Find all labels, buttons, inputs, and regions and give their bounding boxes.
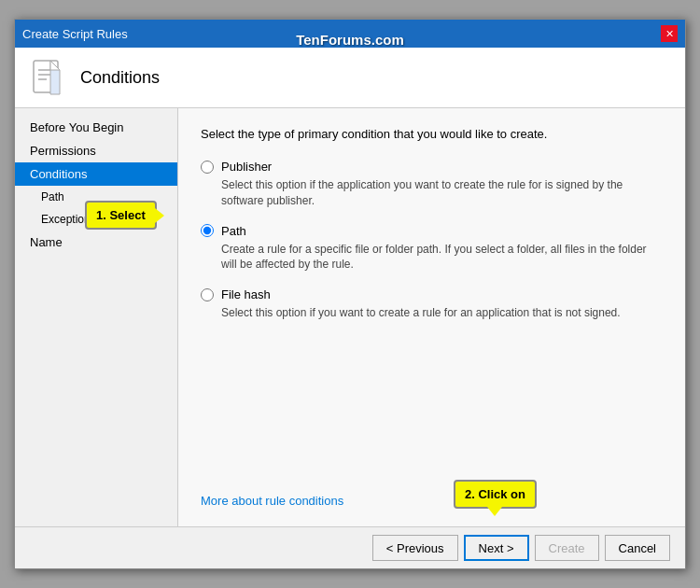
close-button[interactable]: ✕ bbox=[661, 25, 678, 42]
file-hash-label-row: File hash bbox=[201, 287, 663, 301]
bottom-link: More about rule conditions bbox=[201, 475, 663, 508]
dialog-window: Create Script Rules ✕ Conditions Befo bbox=[14, 19, 686, 569]
sidebar-item-before-you-begin[interactable]: Before You Begin bbox=[15, 116, 177, 139]
path-radio[interactable] bbox=[201, 224, 214, 237]
sidebar-item-permissions[interactable]: Permissions bbox=[15, 139, 177, 162]
previous-button[interactable]: < Previous bbox=[372, 535, 458, 561]
file-hash-option: File hash Select this option if you want… bbox=[201, 287, 663, 321]
file-hash-radio[interactable] bbox=[201, 288, 214, 301]
file-hash-description: Select this option if you want to create… bbox=[221, 305, 663, 321]
publisher-description: Select this option if the application yo… bbox=[221, 177, 663, 209]
header-icon bbox=[30, 59, 67, 96]
create-button[interactable]: Create bbox=[535, 535, 599, 561]
publisher-radio[interactable] bbox=[201, 161, 214, 174]
more-about-link[interactable]: More about rule conditions bbox=[201, 494, 343, 508]
path-description: Create a rule for a specific file or fol… bbox=[221, 242, 663, 273]
titlebar-left: Create Script Rules bbox=[22, 27, 128, 41]
next-button[interactable]: Next > bbox=[464, 535, 529, 561]
click-tooltip-label: 2. Click on bbox=[465, 487, 525, 501]
select-tooltip-label: 1. Select bbox=[96, 208, 146, 222]
titlebar: Create Script Rules ✕ bbox=[15, 20, 685, 48]
cancel-button[interactable]: Cancel bbox=[605, 535, 670, 561]
sidebar-item-conditions[interactable]: Conditions bbox=[15, 162, 177, 186]
header-title: Conditions bbox=[80, 68, 160, 88]
header: Conditions bbox=[15, 48, 685, 108]
publisher-option: Publisher Select this option if the appl… bbox=[201, 160, 663, 209]
publisher-label[interactable]: Publisher bbox=[221, 160, 272, 174]
main-description: Select the type of primary condition tha… bbox=[201, 127, 663, 141]
sidebar-item-name[interactable]: Name bbox=[15, 231, 177, 254]
publisher-label-row: Publisher bbox=[201, 160, 663, 174]
file-hash-label[interactable]: File hash bbox=[221, 287, 271, 301]
main-content: Select the type of primary condition tha… bbox=[178, 108, 685, 526]
path-label-row: Path bbox=[201, 224, 663, 238]
window-title: Create Script Rules bbox=[22, 27, 128, 41]
click-tooltip: 2. Click on bbox=[454, 480, 537, 509]
footer: < Previous Next > Create Cancel bbox=[15, 526, 685, 568]
radio-group: Publisher Select this option if the appl… bbox=[201, 160, 663, 321]
content-area: Before You Begin Permissions Conditions … bbox=[15, 108, 685, 526]
path-label[interactable]: Path bbox=[221, 224, 246, 238]
select-tooltip: 1. Select bbox=[85, 201, 157, 230]
path-option: Path Create a rule for a specific file o… bbox=[201, 224, 663, 273]
sidebar: Before You Begin Permissions Conditions … bbox=[15, 108, 178, 526]
